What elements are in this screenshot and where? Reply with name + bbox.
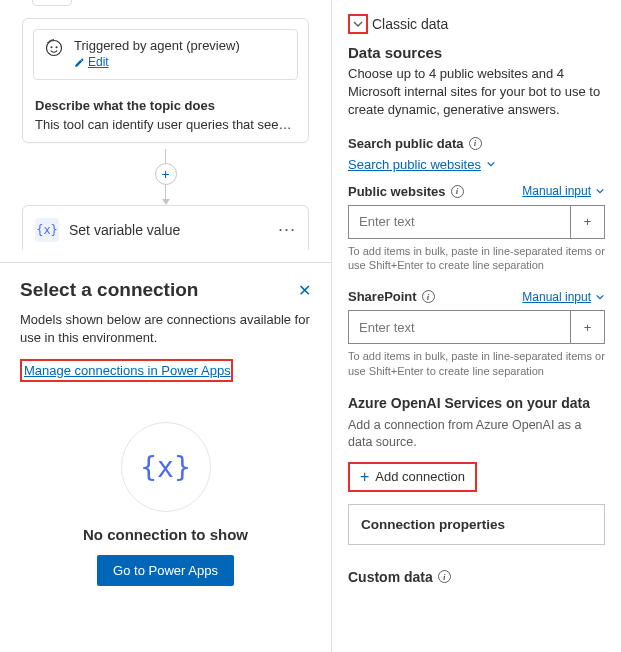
public-websites-help: To add items in bulk, paste in line-sepa… — [348, 244, 605, 274]
data-sources-heading: Data sources — [348, 44, 605, 61]
sharepoint-label: SharePoint i — [348, 289, 435, 304]
trigger-title: Triggered by agent (preview) — [74, 38, 240, 53]
go-to-power-apps-button[interactable]: Go to Power Apps — [97, 555, 234, 586]
variable-icon: {x} — [35, 218, 59, 242]
set-variable-title: Set variable value — [69, 222, 268, 238]
edit-link[interactable]: Edit — [74, 55, 109, 69]
svg-point-1 — [51, 46, 53, 48]
azure-openai-heading: Azure OpenAI Services on your data — [348, 395, 605, 411]
connection-properties-box[interactable]: Connection properties — [348, 504, 605, 545]
variable-placeholder-icon: {x} — [121, 422, 211, 512]
azure-openai-description: Add a connection from Azure OpenAI as a … — [348, 417, 605, 452]
svg-point-2 — [56, 46, 58, 48]
node-more-button[interactable]: ··· — [278, 219, 296, 240]
plus-icon: + — [360, 469, 369, 485]
panel-subtitle: Models shown below are connections avail… — [20, 311, 311, 347]
public-websites-label: Public websites i — [348, 184, 464, 199]
add-public-website-button[interactable]: + — [571, 205, 605, 239]
add-connection-label: Add connection — [375, 469, 465, 484]
add-sharepoint-button[interactable]: + — [571, 310, 605, 344]
describe-text: This tool can identify user queries that… — [35, 117, 296, 132]
search-public-data-label: Search public data i — [348, 136, 605, 151]
describe-label: Describe what the topic does — [35, 98, 296, 113]
sharepoint-help: To add items in bulk, paste in line-sepa… — [348, 349, 605, 379]
sharepoint-input[interactable] — [348, 310, 571, 344]
add-connection-button[interactable]: + Add connection — [348, 462, 477, 492]
properties-panel: Classic data Data sources Choose up to 4… — [332, 0, 621, 652]
chevron-down-icon — [352, 18, 364, 30]
empty-title: No connection to show — [83, 526, 248, 543]
panel-title: Select a connection — [20, 279, 198, 301]
close-icon[interactable]: ✕ — [298, 281, 311, 300]
custom-data-heading: Custom data i — [348, 569, 605, 585]
select-connection-panel: Select a connection ✕ Models shown below… — [0, 262, 331, 652]
info-icon[interactable]: i — [438, 570, 451, 583]
manage-connections-link[interactable]: Manage connections in Power Apps — [20, 359, 233, 382]
chevron-down-icon — [595, 186, 605, 196]
chevron-down-icon — [595, 292, 605, 302]
search-public-websites-link[interactable]: Search public websites — [348, 157, 496, 172]
svg-point-0 — [47, 41, 62, 56]
public-websites-input[interactable] — [348, 205, 571, 239]
previous-node-stub — [32, 0, 72, 6]
info-icon[interactable]: i — [451, 185, 464, 198]
pencil-icon — [74, 57, 85, 68]
add-node-button[interactable]: + — [155, 163, 177, 185]
connector: + — [22, 149, 309, 205]
manual-input-toggle[interactable]: Manual input — [522, 290, 605, 304]
edit-label: Edit — [88, 55, 109, 69]
chevron-down-icon — [486, 159, 496, 169]
trigger-card[interactable]: Triggered by agent (preview) Edit Descri… — [22, 18, 309, 143]
manual-input-toggle[interactable]: Manual input — [522, 184, 605, 198]
info-icon[interactable]: i — [422, 290, 435, 303]
info-icon[interactable]: i — [469, 137, 482, 150]
set-variable-node[interactable]: {x} Set variable value ··· — [22, 205, 309, 251]
agent-icon — [44, 38, 64, 58]
empty-state: {x} No connection to show Go to Power Ap… — [20, 422, 311, 586]
flow-canvas: Triggered by agent (preview) Edit Descri… — [0, 0, 331, 250]
branch-icon — [45, 0, 59, 1]
classic-data-toggle[interactable] — [348, 14, 368, 34]
classic-data-label: Classic data — [372, 16, 448, 32]
data-sources-description: Choose up to 4 public websites and 4 Mic… — [348, 65, 605, 120]
